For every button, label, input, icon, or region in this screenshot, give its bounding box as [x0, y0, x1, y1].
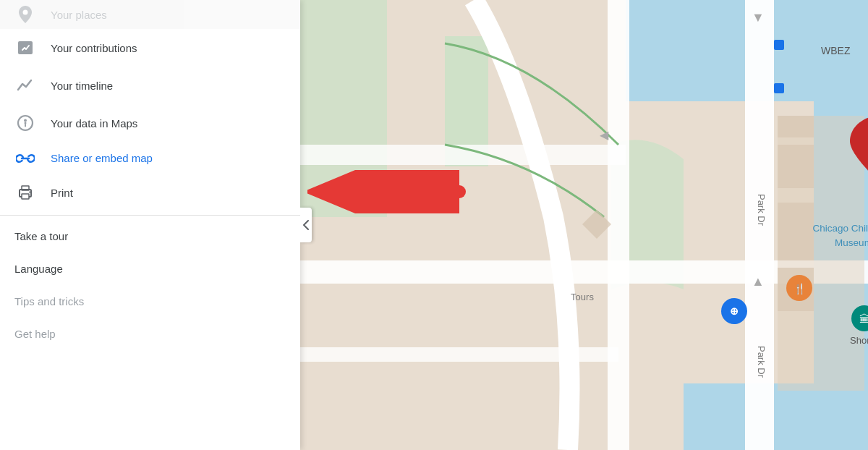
sidebar-item-label-contributions: Your contributions	[51, 42, 137, 54]
svg-text:Tours: Tours	[571, 292, 594, 302]
menu-divider	[0, 215, 300, 216]
svg-text:⊕: ⊕	[730, 305, 739, 317]
link-icon	[14, 153, 36, 164]
sidebar-collapse-button[interactable]	[300, 208, 312, 242]
sidebar-item-print[interactable]: Print	[0, 174, 300, 211]
sidebar-item-your-timeline[interactable]: Your timeline	[0, 67, 300, 104]
svg-text:🏛: 🏛	[859, 313, 868, 325]
print-icon	[14, 184, 36, 200]
svg-text:🍴: 🍴	[793, 283, 807, 295]
svg-point-3	[24, 119, 27, 122]
svg-rect-25	[778, 116, 864, 391]
svg-rect-28	[774, 83, 784, 93]
sidebar-item-take-a-tour[interactable]: Take a tour	[0, 220, 300, 252]
sidebar-item-label-data: Your data in Maps	[51, 117, 137, 130]
svg-rect-13	[684, 383, 868, 450]
svg-rect-15	[300, 0, 387, 217]
svg-point-0	[23, 10, 28, 15]
svg-text:Park Dr: Park Dr	[756, 194, 767, 226]
svg-text:◀: ◀	[600, 129, 609, 141]
svg-text:Shoreline: Shoreline	[850, 335, 868, 346]
sidebar-item-your-places[interactable]: Your places	[0, 0, 300, 29]
sidebar-item-get-help[interactable]: Get help	[0, 318, 300, 350]
sidebar-item-tips[interactable]: Tips and tricks	[0, 285, 300, 318]
sidebar-item-label-print: Print	[51, 187, 73, 199]
sidebar-item-label-timeline: Your timeline	[51, 80, 113, 92]
contributions-icon	[14, 39, 36, 56]
svg-rect-20	[300, 347, 618, 362]
svg-text:WBEZ: WBEZ	[821, 45, 851, 56]
svg-text:▼: ▼	[752, 10, 765, 25]
timeline-icon	[14, 77, 36, 94]
svg-point-10	[29, 192, 30, 193]
svg-text:Park Dr: Park Dr	[756, 346, 767, 378]
sidebar-item-share-embed[interactable]: Share or embed map	[0, 142, 300, 174]
svg-text:Chicago Children's: Chicago Children's	[813, 223, 868, 234]
sidebar-item-your-data[interactable]: Your data in Maps	[0, 104, 300, 142]
svg-rect-27	[774, 40, 784, 50]
data-icon	[14, 114, 36, 132]
svg-text:Museum: Museum	[835, 237, 868, 248]
sidebar-item-your-contributions[interactable]: Your contributions	[0, 29, 300, 67]
svg-rect-8	[22, 194, 29, 199]
sidebar-item-label-share: Share or embed map	[51, 152, 153, 164]
sidebar-item-label-your-places: Your places	[51, 9, 107, 21]
sidebar: Your places Your contributions Your time…	[0, 0, 300, 450]
place-icon	[14, 6, 36, 23]
map-svg: ⊕ ▼ ▲ ◀ Park Dr Park Dr Tours 🍴 🏛 WBEZ C…	[300, 0, 868, 450]
svg-text:▲: ▲	[752, 274, 765, 289]
map-canvas[interactable]: ⊕ ▼ ▲ ◀ Park Dr Park Dr Tours 🍴 🏛 WBEZ C…	[300, 0, 868, 450]
sidebar-item-language[interactable]: Language	[0, 252, 300, 285]
